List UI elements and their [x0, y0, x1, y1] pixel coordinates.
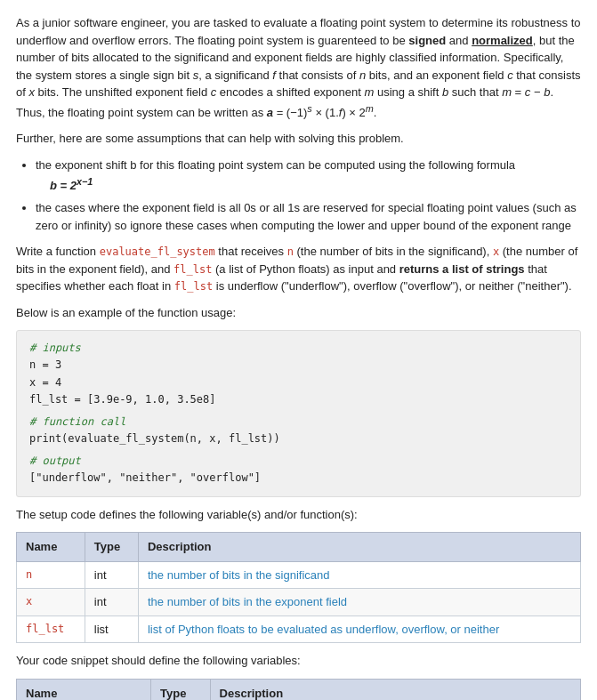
table-row: x int the number of bits in the exponent…	[17, 589, 581, 616]
setup-section: The setup code defines the following var…	[16, 506, 581, 644]
code-line-n: n = 3	[29, 357, 568, 374]
setup-col-desc: Description	[138, 533, 580, 562]
assumptions-section: Further, here are some assumptions that …	[16, 130, 581, 234]
code-line-x: x = 4	[29, 374, 568, 391]
assumption-item-2: the cases where the exponent field is al…	[36, 199, 581, 234]
function-name-inline: evaluate_fl_system	[100, 245, 215, 258]
snippet-col-name: Name	[17, 679, 151, 700]
setup-row1-desc: the number of bits in the significand	[138, 561, 580, 589]
setup-table: Name Type Description n int the number o…	[16, 532, 581, 643]
assumption-1-formula: b = 2x−1	[50, 179, 93, 192]
setup-row1-name: n	[17, 561, 85, 589]
snippet-table-header: Name Type Description	[17, 679, 581, 700]
snippet-section: Your code snippet should define the foll…	[16, 652, 581, 700]
table-row: n int the number of bits in the signific…	[17, 561, 581, 589]
example-intro-text: Below is an example of the function usag…	[16, 304, 581, 322]
code-comment-output: # output	[29, 453, 568, 470]
intro-paragraph: As a junior software engineer, you are t…	[16, 14, 581, 121]
setup-table-header: Name Type Description	[17, 533, 581, 562]
code-print-call: print(evaluate_fl_system(n, x, fl_lst))	[29, 430, 568, 447]
setup-row3-type: list	[85, 616, 138, 643]
code-comment-call: # function call	[29, 414, 568, 430]
setup-row2-type: int	[85, 589, 138, 616]
example-section: Below is an example of the function usag…	[16, 304, 581, 497]
assumption-1-prefix: the exponent shift b for this floating p…	[36, 158, 515, 172]
code-output-value: ["underflow", "neither", "overflow"]	[29, 470, 568, 487]
setup-row2-name: x	[17, 589, 85, 616]
assumption-item-1: the exponent shift b for this floating p…	[36, 157, 581, 194]
function-description: Write a function evaluate_fl_system that…	[16, 243, 581, 295]
setup-row3-desc: list of Python floats to be evaluated as…	[138, 616, 580, 643]
code-line-fl-lst: fl_lst = [3.9e-9, 1.0, 3.5e8]	[29, 391, 568, 408]
setup-col-type: Type	[85, 533, 138, 562]
code-comment-inputs: # inputs	[29, 340, 568, 357]
code-block: # inputs n = 3 x = 4 fl_lst = [3.9e-9, 1…	[16, 330, 581, 497]
setup-row1-type: int	[85, 561, 138, 589]
snippet-intro-text: Your code snippet should define the foll…	[16, 652, 581, 670]
setup-table-body: n int the number of bits in the signific…	[17, 561, 581, 643]
snippet-col-type: Type	[151, 679, 211, 700]
setup-intro-text: The setup code defines the following var…	[16, 506, 581, 524]
setup-row3-name: fl_lst	[17, 616, 85, 643]
setup-row2-desc: the number of bits in the exponent field	[138, 589, 580, 616]
snippet-table: Name Type Description evaluate_fl_system…	[16, 679, 581, 700]
setup-col-name: Name	[17, 533, 85, 562]
table-row: fl_lst list list of Python floats to be …	[17, 616, 581, 643]
assumptions-intro-text: Further, here are some assumptions that …	[16, 130, 581, 148]
snippet-col-desc: Description	[210, 679, 580, 700]
assumptions-list: the exponent shift b for this floating p…	[36, 157, 581, 234]
